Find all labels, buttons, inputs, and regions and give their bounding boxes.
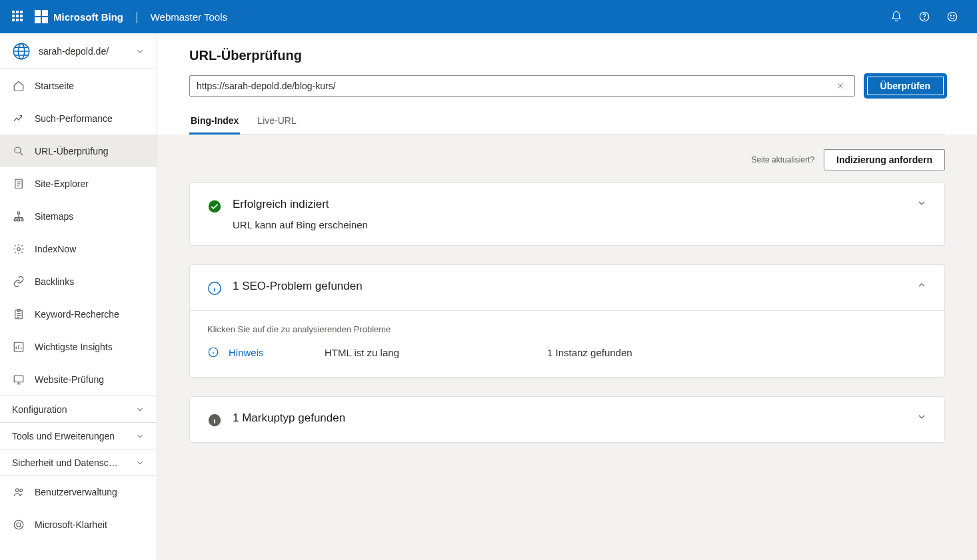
site-selector[interactable]: sarah-depold.de/	[0, 33, 157, 69]
card-markup: 1 Markuptyp gefunden	[189, 396, 945, 443]
content-area: Seite aktualisiert? Indizierung anforder…	[157, 135, 977, 560]
nav-search-performance[interactable]: Such-Performance	[0, 102, 157, 135]
tab-live-url[interactable]: Live-URL	[256, 109, 297, 134]
globe-icon	[12, 42, 31, 61]
request-indexing-button[interactable]: Indizierung anfordern	[824, 149, 945, 170]
clipboard-icon	[12, 308, 25, 320]
chevron-down-icon	[135, 431, 145, 441]
main-content: URL-Überprüfung Überprüfen Bing-Index Li…	[157, 33, 977, 560]
url-inspect-row: Überprüfen	[189, 75, 945, 97]
section-label: Sicherheit und Datensc…	[12, 457, 118, 468]
trend-icon	[12, 113, 25, 125]
nav-label: Sitemaps	[35, 211, 73, 222]
nav-top-insights[interactable]: Wichtigste Insights	[0, 330, 157, 363]
chevron-down-icon	[916, 198, 927, 208]
notifications-icon[interactable]	[890, 11, 902, 23]
nav-backlinks[interactable]: Backlinks	[0, 265, 157, 298]
seo-instruction: Klicken Sie auf die zu analysierenden Pr…	[207, 324, 927, 334]
nav-label: IndexNow	[35, 244, 76, 254]
document-icon	[12, 178, 25, 190]
chevron-down-icon	[135, 405, 145, 414]
nav-label: Website-Prüfung	[35, 374, 104, 385]
search-icon	[12, 145, 25, 157]
url-input-wrapper[interactable]	[189, 75, 855, 97]
seo-issue-row[interactable]: Hinweis HTML ist zu lang 1 Instanz gefun…	[207, 346, 927, 358]
feedback-icon[interactable]	[946, 11, 958, 23]
nav-indexnow[interactable]: IndexNow	[0, 232, 157, 265]
nav-label: Keyword-Recherche	[35, 309, 119, 320]
chevron-up-icon	[916, 280, 927, 290]
nav-section-security[interactable]: Sicherheit und Datensc…	[0, 449, 157, 475]
svg-point-7	[15, 147, 21, 153]
card-subtitle: URL kann auf Bing erscheinen	[233, 219, 906, 230]
page-updated-hint: Seite aktualisiert?	[751, 155, 814, 164]
page-title: URL-Überprüfung	[189, 48, 945, 63]
home-icon	[12, 80, 25, 92]
gear-icon	[12, 243, 25, 255]
product-name: Webmaster Tools	[151, 11, 227, 23]
card-indexed-header[interactable]: Erfolgreich indiziert URL kann auf Bing …	[190, 183, 944, 245]
success-icon	[207, 199, 222, 214]
card-title: Erfolgreich indiziert	[233, 198, 906, 211]
nav-user-management[interactable]: Benutzerverwaltung	[0, 475, 157, 508]
help-icon[interactable]	[918, 11, 930, 23]
main-header: URL-Überprüfung Überprüfen Bing-Index Li…	[157, 33, 977, 135]
info-icon	[207, 281, 222, 296]
info-filled-icon	[207, 413, 222, 427]
nav-url-inspection[interactable]: URL-Überprüfung	[0, 135, 157, 167]
action-row: Seite aktualisiert? Indizierung anforder…	[189, 149, 945, 170]
issue-severity: Hinweis	[229, 347, 315, 358]
svg-point-22	[209, 200, 221, 212]
app-header: Microsoft Bing | Webmaster Tools	[0, 0, 977, 33]
nav-label: Such-Performance	[35, 113, 113, 124]
nav-section-tools[interactable]: Tools und Erweiterungen	[0, 422, 157, 449]
svg-rect-12	[21, 218, 23, 220]
inspect-button[interactable]: Überprüfen	[866, 75, 945, 97]
svg-point-21	[17, 523, 21, 527]
nav-label: Microsoft-Klarheit	[35, 519, 107, 530]
url-input[interactable]	[197, 81, 833, 91]
card-seo: 1 SEO-Problem gefunden Klicken Sie auf d…	[189, 264, 945, 378]
nav-label: Benutzerverwaltung	[35, 487, 117, 497]
people-icon	[12, 486, 25, 498]
clarity-icon	[12, 519, 25, 531]
card-seo-body: Klicken Sie auf die zu analysierenden Pr…	[190, 310, 944, 377]
card-title: 1 Markuptyp gefunden	[233, 412, 906, 425]
tabs: Bing-Index Live-URL	[189, 109, 945, 135]
svg-point-18	[16, 489, 19, 492]
card-markup-header[interactable]: 1 Markuptyp gefunden	[190, 397, 944, 442]
nav-label: Wichtigste Insights	[35, 342, 113, 352]
sidebar: sarah-depold.de/ Startseite Such-Perform…	[0, 33, 157, 560]
nav-ms-clarity[interactable]: Microsoft-Klarheit	[0, 508, 157, 541]
app-launcher-icon[interactable]	[12, 11, 24, 23]
chevron-down-icon	[916, 412, 927, 422]
logo-text: Microsoft Bing	[53, 11, 123, 23]
hierarchy-icon	[12, 210, 25, 222]
svg-point-1	[924, 19, 924, 19]
svg-point-13	[17, 247, 21, 250]
nav-home[interactable]: Startseite	[0, 69, 157, 102]
header-left: Microsoft Bing | Webmaster Tools	[7, 10, 227, 24]
nav-sitemaps[interactable]: Sitemaps	[0, 200, 157, 232]
card-seo-header[interactable]: 1 SEO-Problem gefunden	[190, 265, 944, 310]
nav-keyword-research[interactable]: Keyword-Recherche	[0, 298, 157, 330]
chevron-down-icon	[135, 47, 145, 56]
monitor-icon	[12, 374, 25, 386]
nav-label: Startseite	[35, 81, 74, 91]
svg-rect-17	[14, 376, 23, 382]
nav-label: Backlinks	[35, 276, 74, 287]
issue-description: HTML ist zu lang	[325, 347, 538, 358]
nav-site-explorer[interactable]: Site-Explorer	[0, 167, 157, 200]
header-right	[890, 11, 970, 23]
clear-input-button[interactable]	[833, 81, 848, 91]
svg-rect-9	[18, 212, 20, 214]
nav-section-configuration[interactable]: Konfiguration	[0, 396, 157, 422]
section-label: Konfiguration	[12, 404, 67, 415]
site-domain: sarah-depold.de/	[39, 46, 109, 57]
nav-site-scan[interactable]: Website-Prüfung	[0, 363, 157, 396]
tab-bing-index[interactable]: Bing-Index	[189, 109, 240, 134]
svg-rect-10	[14, 218, 16, 220]
info-icon	[207, 346, 219, 358]
card-indexed: Erfolgreich indiziert URL kann auf Bing …	[189, 182, 945, 246]
insights-icon	[12, 341, 25, 353]
